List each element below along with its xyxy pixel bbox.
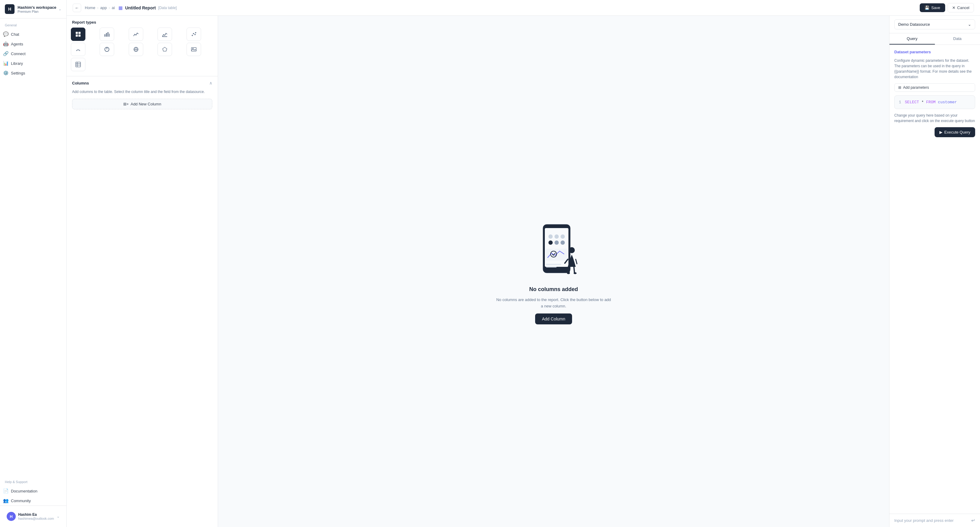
report-type-scatter[interactable] — [186, 27, 201, 41]
save-button[interactable]: 💾 Save — [920, 3, 945, 12]
tab-query[interactable]: Query — [889, 33, 935, 45]
query-data-tabs: Query Data — [889, 33, 980, 45]
svg-point-11 — [194, 34, 196, 35]
svg-point-31 — [555, 240, 559, 245]
prompt-input[interactable] — [894, 518, 969, 523]
sidebar-item-documentation[interactable]: 📄 Documentation — [0, 486, 66, 496]
empty-state-illustration — [528, 218, 579, 282]
sidebar-item-settings[interactable]: ⚙️ Settings — [0, 68, 66, 78]
user-name: Hashim Ea — [18, 513, 54, 517]
sidebar: H Hashim's workspace Premium Plan ⌄ Gene… — [0, 0, 67, 527]
report-type-image[interactable] — [186, 43, 201, 56]
report-type-pivot[interactable] — [71, 58, 85, 71]
report-type-line[interactable] — [129, 27, 143, 41]
report-type-globe[interactable] — [129, 43, 143, 56]
user-details: Hashim Ea hashimea@outlook.com — [18, 513, 54, 520]
breadcrumb-home[interactable]: Home — [85, 5, 95, 10]
user-info[interactable]: H Hashim Ea hashimea@outlook.com ⌄ — [4, 509, 63, 523]
columns-label: Columns — [72, 81, 89, 85]
datasource-dropdown[interactable]: Demo Datasource ⌄ — [894, 19, 975, 29]
sidebar-item-agents[interactable]: 🤖 Agents — [0, 39, 66, 49]
empty-state-description: No columns are added to the report. Clic… — [496, 297, 611, 309]
sidebar-item-connect[interactable]: 🔗 Connect — [0, 49, 66, 59]
cancel-button[interactable]: ✕ Cancel — [948, 3, 974, 13]
report-type-gauge[interactable] — [71, 43, 85, 56]
cancel-label: Cancel — [957, 5, 969, 10]
report-type-progress[interactable] — [100, 43, 114, 56]
add-parameters-button[interactable]: ⊞ Add parameters — [894, 83, 975, 92]
report-type-bar[interactable] — [100, 27, 114, 41]
report-type-area[interactable] — [158, 27, 172, 41]
settings-icon: ⚙️ — [3, 70, 8, 76]
sidebar-item-label-settings: Settings — [11, 71, 25, 75]
report-types-section: Report types — [67, 16, 218, 76]
svg-rect-4 — [105, 34, 105, 37]
columns-header: Columns ∧ — [72, 76, 212, 89]
svg-point-36 — [569, 247, 575, 253]
workspace-plan: Premium Plan — [18, 10, 59, 13]
empty-state: No columns added No columns are added to… — [496, 218, 611, 325]
svg-point-12 — [195, 32, 196, 33]
sidebar-item-community[interactable]: 👥 Community — [0, 496, 66, 505]
avatar: H — [7, 512, 16, 521]
execute-query-button[interactable]: ▶ Execute Query — [935, 127, 975, 137]
center-panel: No columns added No columns are added to… — [218, 16, 889, 527]
workspace-icon: H — [5, 4, 14, 14]
svg-point-9 — [192, 35, 193, 36]
topbar-left: ← Home › app › ai ▦ Untitled Report [Dat… — [73, 4, 177, 12]
connect-icon: 🔗 — [3, 51, 8, 56]
add-new-column-button[interactable]: ⊞+ Add New Column — [72, 99, 212, 109]
library-icon: 📊 — [3, 61, 8, 66]
svg-point-42 — [574, 272, 577, 274]
sidebar-help-section: Help & Support — [0, 475, 66, 486]
report-title: Untitled Report — [125, 5, 156, 10]
report-table-icon: ▦ — [118, 5, 123, 11]
execute-label: Execute Query — [944, 130, 970, 134]
workspace-chevron-icon: ⌄ — [59, 7, 62, 11]
tab-data[interactable]: Data — [935, 33, 980, 45]
sidebar-item-label-community: Community — [11, 498, 31, 503]
breadcrumb-ai[interactable]: ai — [112, 5, 115, 10]
code-line-number: 1 — [899, 100, 901, 105]
sidebar-item-label-agents: Agents — [11, 42, 23, 46]
agents-icon: 🤖 — [3, 41, 8, 47]
left-panel: Report types — [67, 16, 218, 527]
svg-rect-2 — [76, 35, 78, 37]
sidebar-item-library[interactable]: 📊 Library — [0, 59, 66, 68]
svg-rect-19 — [191, 48, 196, 51]
report-type-table[interactable] — [71, 27, 85, 41]
community-icon: 👥 — [3, 498, 8, 503]
columns-description: Add columns to the table. Select the col… — [72, 89, 212, 94]
svg-rect-26 — [545, 228, 568, 267]
dataset-params-title: Dataset parameters — [894, 50, 975, 54]
breadcrumb-app[interactable]: app — [100, 5, 107, 10]
add-column-icon: ⊞+ — [123, 102, 129, 106]
prompt-send-icon[interactable]: ↵ — [971, 517, 975, 523]
svg-rect-34 — [546, 264, 561, 265]
sidebar-item-label-documentation: Documentation — [11, 489, 37, 494]
topbar: ← Home › app › ai ▦ Untitled Report [Dat… — [67, 0, 980, 16]
execute-icon: ▶ — [939, 130, 942, 134]
add-column-empty-button[interactable]: Add Column — [535, 314, 572, 324]
code-editor[interactable]: 1 SELECT * FROM customer — [894, 96, 975, 109]
add-column-empty-label: Add Column — [542, 317, 565, 322]
chat-icon: 💬 — [3, 32, 8, 37]
report-type-pentagon[interactable] — [158, 43, 172, 56]
columns-collapse-button[interactable]: ∧ — [209, 81, 212, 85]
back-button[interactable]: ← — [73, 4, 81, 12]
sidebar-item-chat[interactable]: 💬 Chat — [0, 29, 66, 39]
svg-point-30 — [549, 240, 553, 245]
workspace-header[interactable]: H Hashim's workspace Premium Plan ⌄ — [0, 0, 66, 19]
breadcrumb: Home › app › ai — [85, 5, 115, 10]
svg-rect-21 — [76, 62, 81, 67]
dataset-params-description: Configure dynamic parameters for the dat… — [894, 58, 975, 80]
query-hint-text: Change your query here based on your req… — [894, 113, 975, 124]
svg-rect-35 — [546, 266, 557, 267]
svg-point-29 — [560, 234, 565, 239]
svg-point-41 — [567, 272, 570, 274]
main-content: ← Home › app › ai ▦ Untitled Report [Dat… — [67, 0, 980, 527]
svg-rect-3 — [78, 35, 81, 37]
sidebar-general-label: General — [4, 23, 63, 27]
back-icon: ← — [75, 5, 79, 10]
user-email: hashimea@outlook.com — [18, 517, 54, 520]
